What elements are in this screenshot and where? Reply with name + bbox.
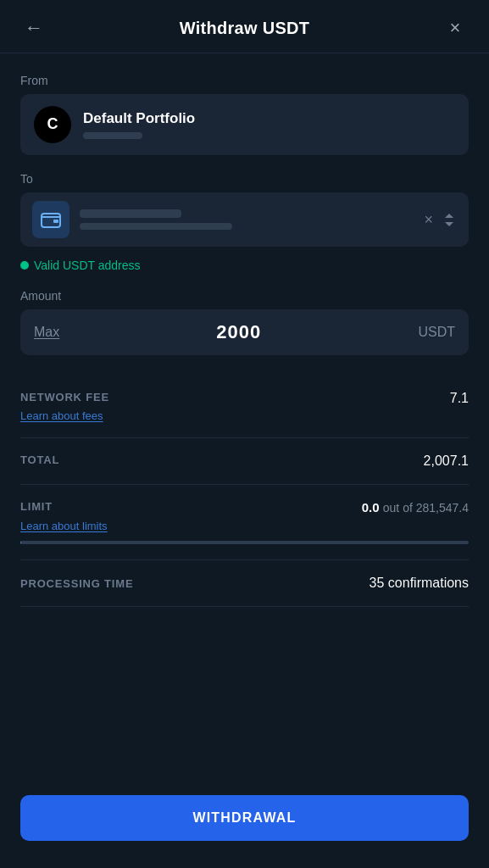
close-button[interactable]: × <box>442 17 469 39</box>
processing-time-label: PROCESSING TIME <box>20 577 133 590</box>
address-actions: × <box>420 208 457 232</box>
valid-dot-icon <box>20 261 29 270</box>
svg-text:C: C <box>47 115 58 132</box>
address-card: × <box>20 192 469 247</box>
total-label: TOTAL <box>20 453 59 466</box>
header: ← Withdraw USDT × <box>0 0 489 53</box>
total-value: 2,007.1 <box>424 453 469 469</box>
limit-label: LIMIT <box>20 500 108 513</box>
amount-currency: USDT <box>418 325 455 340</box>
to-section: To × <box>20 172 469 247</box>
network-fee-row: NETWORK FEE 7.1 Learn about fees <box>20 376 469 438</box>
page-title: Withdraw USDT <box>180 19 310 38</box>
portfolio-sub-line <box>83 132 142 139</box>
total-top: TOTAL 2,007.1 <box>20 453 469 469</box>
amount-section: Amount Max 2000 USDT <box>20 289 469 355</box>
processing-time-row: PROCESSING TIME 35 confirmations <box>20 560 469 607</box>
address-stepper[interactable] <box>442 210 457 230</box>
network-fee-label: NETWORK FEE <box>20 391 109 403</box>
total-row: TOTAL 2,007.1 <box>20 438 469 485</box>
valid-address-indicator: Valid USDT address <box>20 259 469 272</box>
back-button[interactable]: ← <box>20 17 47 39</box>
portfolio-info: Default Portfolio <box>83 110 195 139</box>
learn-limits-link[interactable]: Learn about limits <box>20 520 108 532</box>
limit-progress-bar <box>20 541 469 544</box>
clear-address-button[interactable]: × <box>420 208 436 232</box>
amount-card: Max 2000 USDT <box>20 309 469 355</box>
limit-progress-fill <box>20 541 21 544</box>
network-fee-value: 7.1 <box>450 391 469 406</box>
valid-address-text: Valid USDT address <box>34 259 141 272</box>
address-line-1 <box>80 209 181 218</box>
wallet-icon-box <box>32 201 69 238</box>
max-button[interactable]: Max <box>34 325 59 340</box>
content: From C Default Portfolio To <box>0 53 489 778</box>
to-label: To <box>20 172 469 186</box>
chevron-down-icon <box>445 222 453 226</box>
chevron-up-icon <box>445 214 453 218</box>
portfolio-name: Default Portfolio <box>83 110 195 127</box>
learn-fees-link[interactable]: Learn about fees <box>20 409 469 422</box>
address-fields <box>80 209 410 230</box>
from-section: From C Default Portfolio <box>20 74 469 155</box>
amount-value: 2000 <box>216 321 261 343</box>
svg-rect-3 <box>53 220 58 223</box>
limit-value-col: 0.0 out of 281,547.4 <box>362 500 469 515</box>
address-line-2 <box>80 223 232 230</box>
footer: WITHDRAWAL <box>0 778 489 868</box>
portfolio-card[interactable]: C Default Portfolio <box>20 94 469 155</box>
network-fee-top: NETWORK FEE 7.1 <box>20 391 469 406</box>
limit-label-col: LIMIT Learn about limits <box>20 500 108 532</box>
portfolio-logo: C <box>34 106 71 143</box>
limit-value: 0.0 out of 281,547.4 <box>362 500 469 515</box>
limit-section: LIMIT Learn about limits 0.0 out of 281,… <box>20 485 469 560</box>
processing-time-value: 35 confirmations <box>370 576 469 591</box>
amount-label: Amount <box>20 289 469 303</box>
from-label: From <box>20 74 469 87</box>
withdrawal-button[interactable]: WITHDRAWAL <box>20 795 469 841</box>
limit-row-top: LIMIT Learn about limits 0.0 out of 281,… <box>20 500 469 532</box>
